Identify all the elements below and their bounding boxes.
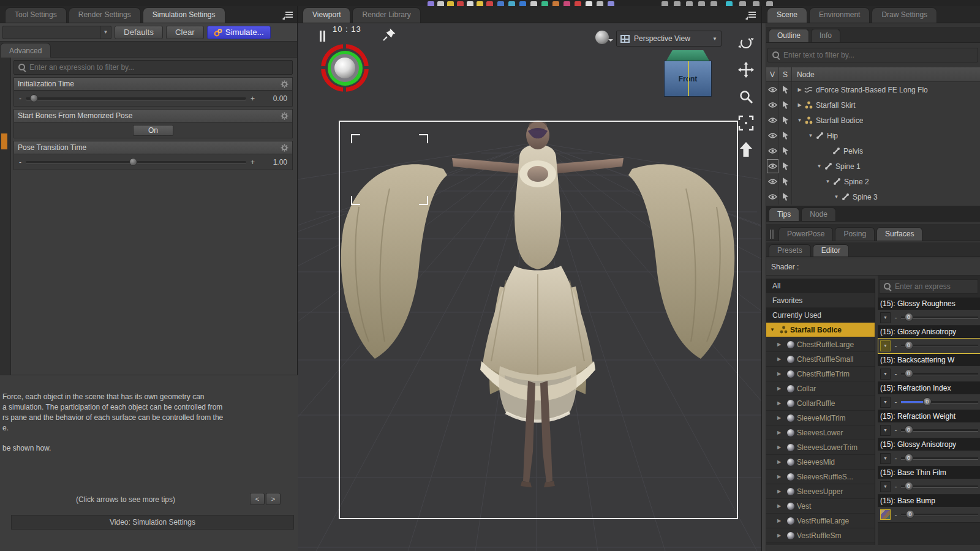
defaults-button[interactable]: Defaults [115,26,163,39]
preset-dropdown[interactable]: ▼ [2,26,111,39]
view-selector[interactable]: Perspective View ▼ [616,31,722,47]
expand-arrow[interactable]: ▶ [796,87,804,92]
gear-icon[interactable] [281,144,288,152]
toolbar-icon[interactable] [552,1,559,6]
pane-menu-icon[interactable] [281,10,295,21]
panel-splitter[interactable] [762,23,766,551]
plus-button[interactable]: + [251,158,255,167]
toolbar-icon[interactable] [753,1,760,6]
surface-material-item[interactable]: ▶ChestRuffleTrim [766,367,875,381]
tab-render-library[interactable]: Render Library [352,7,420,23]
surface-material-item[interactable]: ▶VestRuffleLarge [766,514,875,528]
visibility-toggle[interactable] [766,174,779,189]
tree-row[interactable]: ▼ Hip [766,128,980,143]
minus-button[interactable]: - [894,398,898,407]
tab-node[interactable]: Node [801,208,836,221]
viewport-canvas[interactable]: 10 : 13 Perspective View ▼ [298,23,761,551]
visibility-toggle[interactable] [766,113,779,128]
visibility-toggle[interactable] [766,97,779,113]
param-label[interactable]: (15): Glossy Anisotropy [878,438,980,451]
tree-row[interactable]: ▼ Spine 1 [766,159,980,174]
minus-button[interactable]: - [19,94,21,103]
toolbar-icon[interactable] [710,1,717,6]
scene-filter-input[interactable] [783,51,974,59]
expand-arrow[interactable]: ▶ [796,102,804,108]
tips-next-button[interactable]: > [266,493,281,505]
clear-button[interactable]: Clear [166,26,204,39]
param-label[interactable]: (15): Glossy Roughnes [878,298,980,310]
slider-handle[interactable]: 0 [906,510,914,519]
expand-arrow[interactable]: ▼ [824,179,832,184]
toolbar-icon[interactable] [467,1,473,6]
surface-material-item[interactable]: ▶ChestRuffleSmall [766,352,875,367]
tips-prev-button[interactable]: < [250,493,265,505]
tree-row[interactable]: ▼ Spine 3 [766,189,980,204]
orbit-icon[interactable] [736,33,756,53]
arrow-up-icon[interactable] [736,140,756,159]
surface-material-item[interactable]: ▶SleevesLowerTrim [766,440,875,455]
property-header-pose-transition[interactable]: Pose Transition Time [13,141,293,154]
slider-track[interactable]: 0 [901,401,978,403]
param-dropdown[interactable]: ▼ [880,481,891,492]
draw-style-sphere-icon[interactable] [595,31,609,44]
texture-thumbnail[interactable] [880,509,891,520]
pan-icon[interactable] [736,60,756,80]
minus-button[interactable]: - [894,313,898,322]
tab-editor[interactable]: Editor [813,244,849,257]
param-dropdown[interactable]: ▼ [880,312,891,323]
visibility-toggle[interactable] [766,159,779,174]
param-dropdown[interactable]: ▼ [880,397,891,408]
tab-powerpose[interactable]: PowerPose [778,227,833,241]
surface-material-item[interactable]: ▶CollarRuffle [766,396,875,411]
toolbar-icon[interactable] [608,1,614,6]
toolbar-icon[interactable] [726,1,733,6]
surface-material-item[interactable]: ▶Collar [766,381,875,396]
drag-grip[interactable] [770,230,774,239]
video-link[interactable]: Video: Simulation Settings [11,515,294,530]
pane-menu-icon[interactable] [744,10,758,21]
simulation-filter-input[interactable] [29,63,288,72]
filter-all[interactable]: All [766,279,875,293]
param-dropdown[interactable]: ▼ [880,340,891,351]
surface-material-item[interactable]: ▶ChestRuffleLarge [766,337,875,352]
toolbar-icon[interactable] [698,1,705,6]
toolbar-icon[interactable] [564,1,570,6]
slider-track[interactable] [26,97,246,100]
param-label[interactable]: (15): Refraction Index [878,382,980,394]
minus-button[interactable]: - [894,426,898,435]
tab-render-settings[interactable]: Render Settings [69,7,141,23]
tab-info[interactable]: Info [811,29,840,42]
slider-track[interactable]: 0 [901,485,978,487]
tab-surfaces[interactable]: Surfaces [876,227,922,241]
tab-simulation-settings[interactable]: Simulation Settings [143,7,225,23]
tree-row[interactable]: ▼ Starfall Bodice [766,113,980,128]
zoom-icon[interactable] [736,87,756,107]
selectability-toggle[interactable] [779,113,792,128]
slider-handle[interactable]: 0 [905,425,913,434]
on-toggle-button[interactable]: On [133,125,173,136]
tree-row[interactable]: ▼ Spine 2 [766,174,980,189]
tab-outline[interactable]: Outline [769,29,809,42]
surfaces-filter-input[interactable] [895,282,974,291]
tab-draw-settings[interactable]: Draw Settings [872,7,937,23]
slider-handle[interactable]: 0 [905,482,913,490]
plus-button[interactable]: + [251,94,255,103]
tab-viewport[interactable]: Viewport [303,7,350,23]
selectability-toggle[interactable] [779,143,792,159]
filter-favorites[interactable]: Favorites [766,293,875,308]
surface-material-item[interactable]: ▶VestRuffleSm [766,528,875,543]
minus-button[interactable]: - [894,454,898,463]
expand-arrow[interactable]: ▼ [770,327,777,332]
slider-handle[interactable]: 0 [905,341,913,350]
slider-handle[interactable] [129,158,137,166]
toolbar-icon[interactable] [428,1,434,6]
toolbar-icon[interactable] [530,1,537,6]
frame-icon[interactable] [736,113,756,133]
slider-track[interactable] [26,161,246,163]
toolbar-icon[interactable] [541,1,548,6]
visibility-toggle[interactable] [766,82,779,97]
surface-material-item[interactable]: ▶SleevesRuffleS... [766,470,875,484]
toolbar-icon[interactable] [477,1,483,6]
visibility-toggle[interactable] [766,128,779,143]
slider-handle[interactable]: 0 [923,397,932,406]
